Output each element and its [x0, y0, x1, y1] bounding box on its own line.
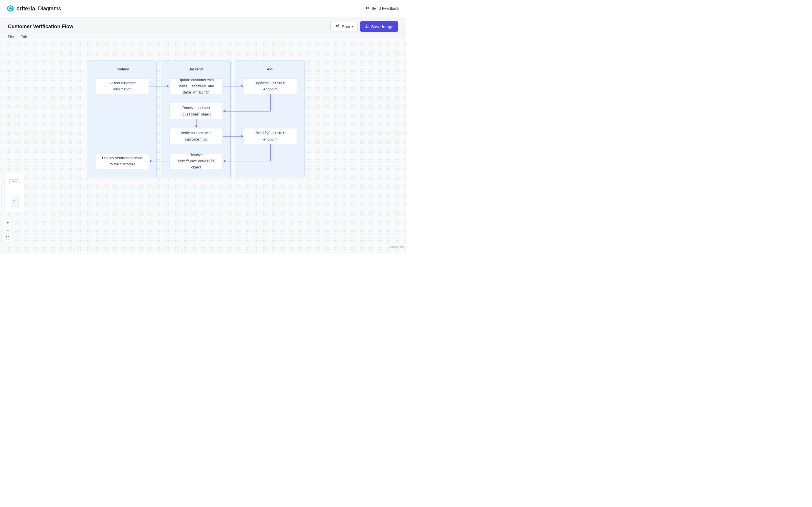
toolbar: Customer Verification Flow Share Save Im…: [0, 17, 406, 38]
svg-point-2: [336, 25, 337, 27]
diagram-title: Customer Verification Flow: [8, 24, 73, 30]
minimap-viewport: Si: [12, 196, 19, 207]
brand-name: criteria: [16, 5, 35, 12]
save-label: Save Image: [371, 24, 394, 29]
node-endpoint-verify-text: VerifyCustomer endpoint: [248, 130, 293, 142]
svg-line-5: [337, 26, 338, 27]
zoom-in-button[interactable]: [4, 220, 11, 226]
zoom-out-button[interactable]: [4, 227, 11, 233]
save-image-button[interactable]: Save Image: [360, 21, 398, 32]
minimap[interactable]: Action Si: [4, 173, 24, 212]
node-collect-text: Collect customer information: [100, 80, 145, 93]
share-button[interactable]: Share: [331, 21, 358, 32]
node-endpoint-update[interactable]: UpdateCustomer endpoint: [244, 78, 297, 94]
node-verify-text: Verify customr with customer_id: [174, 130, 218, 142]
diagram-canvas[interactable]: Frontend Backend API Collect customer in…: [0, 38, 406, 253]
lane-frontend-title: Frontend: [87, 61, 156, 71]
lane-api-title: API: [235, 61, 305, 71]
node-update[interactable]: Update customer with name, address and d…: [169, 78, 223, 94]
share-icon: [335, 24, 340, 29]
send-feedback-button[interactable]: Send Feedback: [365, 6, 399, 11]
node-update-text: Update customer with name, address and d…: [174, 77, 218, 96]
minimap-node-action: Action: [9, 179, 19, 184]
node-receive-customer[interactable]: Receive updated Customer object: [169, 103, 223, 119]
zoom-controls: [4, 220, 11, 241]
node-receive-result[interactable]: Receive VerificationResult object: [169, 153, 223, 169]
share-label: Share: [342, 24, 353, 29]
feedback-label: Send Feedback: [371, 6, 399, 11]
node-receive-result-text: Receive VerificationResult object: [174, 152, 218, 170]
svg-line-4: [337, 25, 338, 26]
node-endpoint-update-text: UpdateCustomer endpoint: [248, 80, 293, 93]
minimap-node-si: Si: [13, 200, 15, 201]
download-icon: [364, 24, 369, 29]
node-display-text: Display verification result to the custo…: [100, 155, 145, 167]
logo-icon: [7, 5, 14, 12]
megaphone-icon: [365, 6, 369, 11]
svg-point-3: [338, 27, 339, 28]
fit-view-button[interactable]: [4, 235, 11, 241]
node-receive-customer-text: Receive updated Customer object: [174, 105, 218, 117]
product-name: Diagrams: [38, 5, 61, 11]
app-header: criteria Diagrams Send Feedback: [0, 0, 406, 17]
node-endpoint-verify[interactable]: VerifyCustomer endpoint: [244, 128, 297, 144]
logo-group[interactable]: criteria Diagrams: [7, 5, 61, 12]
node-display[interactable]: Display verification result to the custo…: [96, 153, 149, 169]
lane-backend-title: Backend: [161, 61, 231, 71]
reactflow-attribution[interactable]: React Flow: [390, 245, 404, 248]
svg-point-1: [338, 24, 339, 25]
node-verify[interactable]: Verify customr with customer_id: [169, 128, 223, 144]
node-collect[interactable]: Collect customer information: [96, 78, 149, 94]
